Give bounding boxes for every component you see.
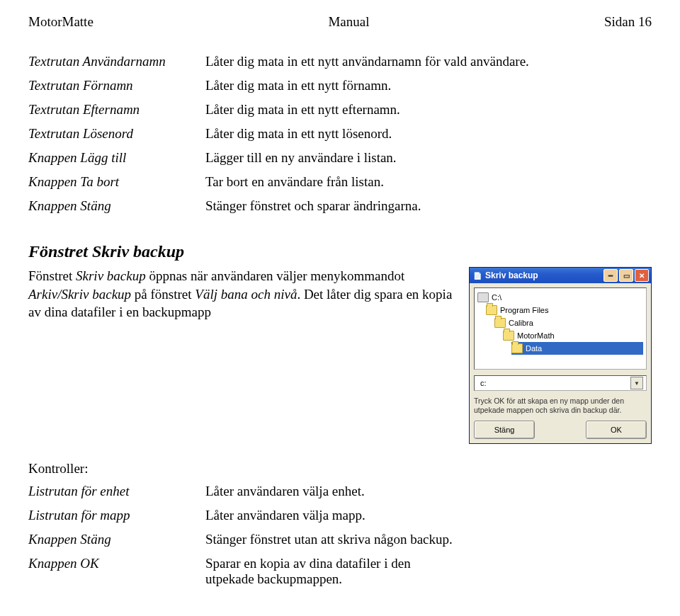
hint-text: Tryck OK för att skapa en ny mapp under …	[474, 397, 647, 415]
backup-window: 📄 Skriv backup ━ ▭ ✕ C:\ Program Files C…	[469, 267, 652, 444]
description: Låter dig mata in ett nytt användarnamn …	[205, 50, 652, 74]
table-row: Textrutan LösenordLåter dig mata in ett …	[28, 122, 652, 146]
folder-icon	[503, 331, 514, 341]
term: Listrutan för enhet	[28, 479, 205, 503]
folder-tree[interactable]: C:\ Program Files Calibra MotorMath Data	[474, 287, 647, 370]
table-row: Textrutan AnvändarnamnLåter dig mata in …	[28, 50, 652, 74]
term: Textrutan Förnamn	[28, 74, 205, 98]
table-row: Textrutan EfternamnLåter dig mata in ett…	[28, 98, 652, 122]
table-row: Listrutan för enhetLåter användaren välj…	[28, 479, 458, 503]
table-row: Listrutan för mappLåter användaren välja…	[28, 503, 458, 527]
tree-item-label: C:\	[492, 293, 502, 302]
chevron-down-icon[interactable]: ▼	[630, 377, 643, 389]
tree-item-label: Calibra	[509, 319, 533, 327]
definitions-table-2: Listrutan för enhetLåter användaren välj…	[28, 479, 458, 591]
table-row: Knappen StängStänger fönstret och sparar…	[28, 194, 652, 218]
app-icon: 📄	[472, 270, 482, 280]
table-row: Knappen Lägg tillLägger till en ny använ…	[28, 146, 652, 170]
table-row: Textrutan FörnamnLåter dig mata in ett n…	[28, 74, 652, 98]
ok-button[interactable]: OK	[586, 421, 647, 439]
minimize-button[interactable]: ━	[604, 269, 618, 282]
close-button[interactable]: ✕	[635, 269, 649, 282]
description: Låter användaren välja mapp.	[205, 503, 458, 527]
controls-heading: Kontroller:	[28, 461, 652, 477]
description: Tar bort en användare från listan.	[205, 170, 652, 194]
term: Knappen Stäng	[28, 194, 205, 218]
term: Listrutan för mapp	[28, 503, 205, 527]
tree-item-label: MotorMath	[517, 331, 555, 340]
description: Låter dig mata in ett nytt förnamn.	[205, 74, 652, 98]
table-row: Knappen StängStänger fönstret utan att s…	[28, 527, 458, 552]
term: Knappen Stäng	[28, 527, 205, 552]
folder-icon	[511, 343, 523, 353]
description: Låter dig mata in ett nytt efternamn.	[205, 98, 652, 122]
close-dialog-button[interactable]: Stäng	[474, 421, 535, 439]
drive-icon	[477, 292, 489, 302]
definitions-table-1: Textrutan AnvändarnamnLåter dig mata in …	[28, 50, 652, 218]
description: Sparar en kopia av dina datafiler i den …	[205, 552, 458, 591]
drive-select-value: c:	[480, 379, 487, 387]
term: Textrutan Efternamn	[28, 98, 205, 122]
maximize-button[interactable]: ▭	[619, 269, 633, 282]
section-title: Fönstret Skriv backup	[28, 242, 652, 261]
tree-item[interactable]: C:\	[477, 291, 643, 304]
description: Stänger fönstret utan att skriva någon b…	[205, 527, 458, 552]
tree-item[interactable]: Program Files	[486, 304, 643, 316]
term: Knappen OK	[28, 552, 205, 591]
table-row: Knappen OKSparar en kopia av dina datafi…	[28, 552, 458, 591]
term: Textrutan Användarnamn	[28, 50, 205, 74]
window-titlebar[interactable]: 📄 Skriv backup ━ ▭ ✕	[470, 268, 651, 283]
description: Stänger fönstret och sparar ändringarna.	[205, 194, 652, 218]
drive-select[interactable]: c: ▼	[474, 375, 647, 391]
table-row: Knappen Ta bortTar bort en användare frå…	[28, 170, 652, 194]
term: Textrutan Lösenord	[28, 122, 205, 146]
description: Lägger till en ny användare i listan.	[205, 146, 652, 170]
header-left: MotorMatte	[28, 14, 94, 30]
folder-icon	[494, 318, 506, 328]
header-right: Sidan 16	[604, 14, 652, 30]
page-header: MotorMatte Manual Sidan 16	[28, 14, 652, 30]
window-title: Skriv backup	[485, 270, 602, 280]
tree-item-label: Program Files	[500, 306, 548, 314]
folder-icon	[486, 305, 497, 315]
tree-item[interactable]: Calibra	[494, 316, 643, 329]
header-center: Manual	[328, 14, 369, 30]
term: Knappen Ta bort	[28, 170, 205, 194]
tree-item[interactable]: MotorMath	[503, 329, 643, 342]
section-body: Fönstret Skriv backup öppnas när använda…	[28, 267, 456, 444]
description: Låter användaren välja enhet.	[205, 479, 458, 503]
description: Låter dig mata in ett nytt lösenord.	[205, 122, 652, 146]
tree-item-selected[interactable]: Data	[511, 342, 643, 355]
term: Knappen Lägg till	[28, 146, 205, 170]
tree-item-label: Data	[526, 344, 542, 353]
